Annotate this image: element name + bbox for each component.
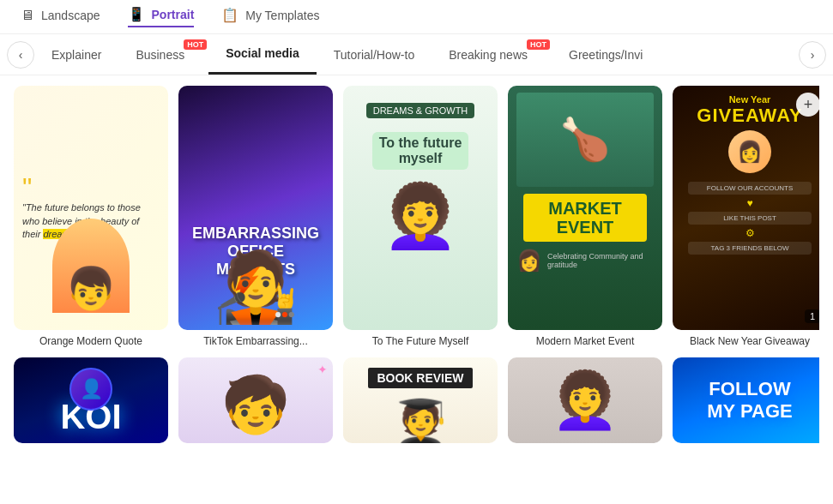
prev-arrow[interactable]: ‹ <box>7 41 34 69</box>
prev-icon: ‹ <box>19 48 23 62</box>
next-arrow[interactable]: › <box>799 41 826 69</box>
cat-tab-explainer[interactable]: Explainer <box>34 34 118 75</box>
tab-my-templates-label: My Templates <box>245 9 319 22</box>
step3: TAG 3 FRIENDS BELOW <box>688 242 812 255</box>
cat-tab-social-media[interactable]: Social media <box>208 34 317 75</box>
category-bar: ‹ Explainer Business HOT Social media Tu… <box>0 34 833 75</box>
dreams-growth-tag: DREAMS & GROWTH <box>366 103 475 118</box>
cat-tab-breaking-news[interactable]: Breaking news HOT <box>432 34 552 75</box>
tab-landscape-label: Landscape <box>41 9 100 22</box>
templates-row-2: 👤 KOI 🧒 ✦ BOOK REVIEW 🧑‍🎓 <box>14 357 819 443</box>
landscape-icon: 🖥 <box>21 8 34 23</box>
template-portrait-girl[interactable]: 👩‍🦱 <box>508 357 662 443</box>
template-anime-girl[interactable]: 🧒 ✦ <box>178 357 333 443</box>
cat-tab-business[interactable]: Business HOT <box>118 34 208 75</box>
follow-text: FOLLOWMY PAGE <box>707 378 792 423</box>
tab-portrait-label: Portrait <box>152 8 195 21</box>
next-icon: › <box>811 48 815 62</box>
add-button-5[interactable]: + <box>796 93 819 117</box>
template-future-myself[interactable]: DREAMS & GROWTH To the futuremyself 👩‍🦱 … <box>343 86 498 347</box>
future-title-text: To the futuremyself <box>372 132 469 170</box>
template-follow-my-page[interactable]: FOLLOWMY PAGE <box>673 357 819 443</box>
card-title-2: TikTok Embarrassing... <box>178 335 333 347</box>
card-title-1: Orange Modern Quote <box>14 335 168 347</box>
portrait-icon: 📱 <box>128 6 145 22</box>
page-number-5: 1 <box>805 309 819 323</box>
quote-mark: " <box>22 174 32 201</box>
category-tabs: Explainer Business HOT Social media Tuto… <box>34 34 799 75</box>
step1: FOLLOW OUR ACCOUNTS <box>688 182 812 195</box>
template-tiktok-embarrassing[interactable]: EMBARRASSING OFFICE MOMENTS 🧑‍🎤 TikTok E… <box>178 86 333 347</box>
card-title-4: Modern Market Event <box>508 335 662 347</box>
hot-badge-business: HOT <box>184 39 207 50</box>
template-koi[interactable]: 👤 KOI <box>14 357 168 443</box>
tab-landscape[interactable]: 🖥 Landscape <box>21 8 100 27</box>
template-black-new-year-giveaway[interactable]: New Year GIVEAWAY 👩 FOLLOW OUR ACCOUNTS … <box>673 86 819 347</box>
top-navigation: 🖥 Landscape 📱 Portrait 📋 My Templates <box>0 0 833 34</box>
tab-my-templates[interactable]: 📋 My Templates <box>221 7 319 27</box>
my-templates-icon: 📋 <box>221 7 238 23</box>
templates-row-1: " "The future belongs to those who belie… <box>14 86 819 347</box>
cat-tab-greetings[interactable]: Greetings/Invi <box>552 34 660 75</box>
hot-badge-breaking-news: HOT <box>527 39 550 50</box>
step2: LIKE THIS POST <box>688 212 812 225</box>
cat-tab-tutorial[interactable]: Tutorial/How-to <box>317 34 432 75</box>
giveaway-label: GIVEAWAY <box>697 105 802 127</box>
template-book-review[interactable]: BOOK REVIEW 🧑‍🎓 <box>343 357 498 443</box>
template-orange-modern-quote[interactable]: " "The future belongs to those who belie… <box>14 86 168 347</box>
card-title-5: Black New Year Giveaway <box>673 335 819 347</box>
template-modern-market-event[interactable]: 🍗 MARKETEVENT 👩 Celebrating Community an… <box>508 86 662 347</box>
new-year-label: New Year <box>729 94 771 105</box>
card-title-3: To The Future Myself <box>343 335 498 347</box>
market-event-label: MARKETEVENT <box>528 199 642 237</box>
tab-portrait[interactable]: 📱 Portrait <box>128 6 195 27</box>
book-review-header: BOOK REVIEW <box>368 368 472 388</box>
